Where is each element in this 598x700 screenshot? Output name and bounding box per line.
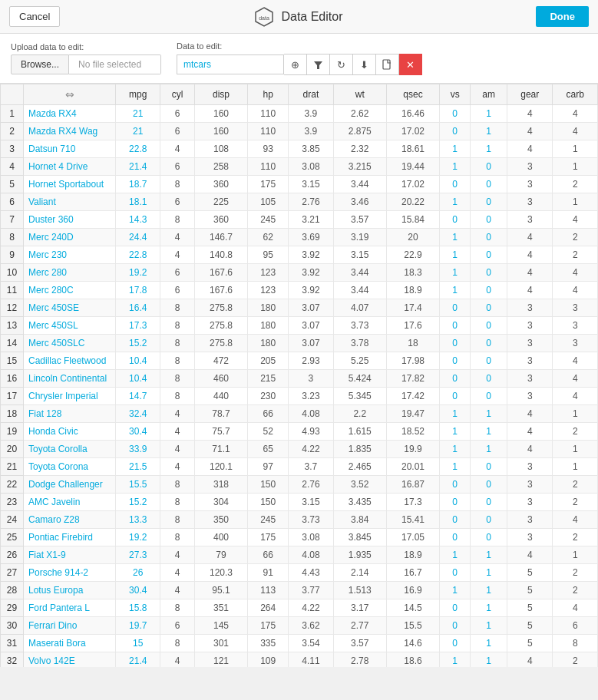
col-header-carb[interactable]: carb xyxy=(553,84,598,105)
cell-rowname[interactable]: Porsche 914-2 xyxy=(24,564,116,582)
col-header-rowname[interactable]: ⇔ xyxy=(24,84,116,105)
cell-data: 360 xyxy=(194,211,247,229)
close-icon-button[interactable]: ✕ xyxy=(399,54,422,75)
cell-data: 0 xyxy=(471,494,507,511)
cell-data: 21.5 xyxy=(116,458,160,476)
cell-data: 1 xyxy=(553,405,598,423)
cell-data: 21.4 xyxy=(116,652,160,668)
cell-rowname[interactable]: Merc 280 xyxy=(24,264,116,282)
cell-data: 26 xyxy=(116,564,160,582)
cell-rowname[interactable]: Camaro Z28 xyxy=(24,511,116,529)
cell-data: 19.2 xyxy=(116,529,160,546)
table-row: 22Dodge Challenger15.583181502.763.5216.… xyxy=(1,476,598,494)
cell-data: 4 xyxy=(507,405,553,423)
cell-data: 17.6 xyxy=(386,317,439,335)
cell-rowname[interactable]: Volvo 142E xyxy=(24,652,116,668)
cell-rowname[interactable]: Toyota Corona xyxy=(24,458,116,476)
target-icon-button[interactable]: ⊕ xyxy=(284,54,307,75)
cell-rowname[interactable]: Hornet 4 Drive xyxy=(24,158,116,176)
cell-data: 350 xyxy=(194,511,247,529)
cell-rowname[interactable]: Merc 240D xyxy=(24,229,116,246)
cell-data: 19.7 xyxy=(116,617,160,635)
col-header-mpg[interactable]: mpg xyxy=(116,84,160,105)
table-row: 21Toyota Corona21.54120.1973.72.46520.01… xyxy=(1,458,598,476)
download-icon-button[interactable]: ⬇ xyxy=(353,54,376,75)
table-row: 25Pontiac Firebird19.284001753.083.84517… xyxy=(1,529,598,546)
col-header-drat[interactable]: drat xyxy=(289,84,333,105)
cell-rowname[interactable]: Merc 230 xyxy=(24,246,116,264)
col-header-qsec[interactable]: qsec xyxy=(386,84,439,105)
col-header-vs[interactable]: vs xyxy=(440,84,471,105)
col-header-gear[interactable]: gear xyxy=(507,84,553,105)
cell-data: 4 xyxy=(507,140,553,158)
cell-data: 120.3 xyxy=(194,564,247,582)
cell-rownum: 24 xyxy=(1,511,24,529)
cell-rowname[interactable]: Chrysler Imperial xyxy=(24,388,116,405)
cell-data: 0 xyxy=(440,317,471,335)
cell-rowname[interactable]: Ford Pantera L xyxy=(24,599,116,617)
col-header-cyl[interactable]: cyl xyxy=(160,84,194,105)
cell-data: 3.84 xyxy=(333,511,386,529)
cell-rowname[interactable]: Mazda RX4 xyxy=(24,105,116,123)
resize-handle[interactable]: ⇔ xyxy=(65,88,74,101)
done-button[interactable]: Done xyxy=(536,6,589,27)
cell-rowname[interactable]: Duster 360 xyxy=(24,211,116,229)
cell-data: 3.15 xyxy=(289,176,333,193)
cell-rowname[interactable]: Toyota Corolla xyxy=(24,441,116,458)
cell-data: 1 xyxy=(471,105,507,123)
file-icon-button[interactable] xyxy=(376,54,399,75)
cell-data: 2.32 xyxy=(333,140,386,158)
svg-text:data: data xyxy=(259,15,270,21)
data-edit-input[interactable] xyxy=(177,54,284,74)
cell-rowname[interactable]: Dodge Challenger xyxy=(24,476,116,494)
cell-rownum: 4 xyxy=(1,158,24,176)
cell-data: 4 xyxy=(507,229,553,246)
cell-rowname[interactable]: Mazda RX4 Wag xyxy=(24,123,116,140)
cell-data: 4 xyxy=(160,458,194,476)
cell-rowname[interactable]: Fiat X1-9 xyxy=(24,546,116,564)
cell-rowname[interactable]: Merc 280C xyxy=(24,282,116,299)
cell-rowname[interactable]: Datsun 710 xyxy=(24,140,116,158)
cell-rowname[interactable]: Fiat 128 xyxy=(24,405,116,423)
cell-rowname[interactable]: Merc 450SL xyxy=(24,317,116,335)
cell-rowname[interactable]: Merc 450SLC xyxy=(24,335,116,352)
cell-data: 4 xyxy=(160,229,194,246)
cell-data: 3.57 xyxy=(333,635,386,652)
col-header-wt[interactable]: wt xyxy=(333,84,386,105)
cell-data: 6 xyxy=(160,282,194,299)
file-icon xyxy=(382,59,392,70)
cell-data: 30.4 xyxy=(116,582,160,599)
cell-rowname[interactable]: Merc 450SE xyxy=(24,299,116,317)
cell-rowname[interactable]: Valiant xyxy=(24,193,116,211)
cell-rowname[interactable]: Ferrari Dino xyxy=(24,617,116,635)
filter-icon-button[interactable] xyxy=(307,54,330,75)
refresh-icon-button[interactable]: ↻ xyxy=(330,54,353,75)
cell-data: 8 xyxy=(160,317,194,335)
cell-data: 140.8 xyxy=(194,246,247,264)
cell-data: 440 xyxy=(194,388,247,405)
cell-rowname[interactable]: Pontiac Firebird xyxy=(24,529,116,546)
cell-data: 3.07 xyxy=(289,335,333,352)
cell-rowname[interactable]: Lotus Europa xyxy=(24,582,116,599)
cell-rowname[interactable]: Maserati Bora xyxy=(24,635,116,652)
cell-rowname[interactable]: Lincoln Continental xyxy=(24,370,116,388)
data-table: ⇔ mpg cyl disp hp drat wt qsec vs am gea… xyxy=(0,84,598,667)
cell-data: 18.61 xyxy=(386,140,439,158)
col-header-am[interactable]: am xyxy=(471,84,507,105)
cell-data: 0 xyxy=(471,476,507,494)
cell-data: 16.4 xyxy=(116,299,160,317)
cell-data: 3 xyxy=(507,211,553,229)
cell-data: 215 xyxy=(248,370,289,388)
cell-data: 150 xyxy=(248,494,289,511)
cell-data: 22.8 xyxy=(116,246,160,264)
cell-data: 75.7 xyxy=(194,423,247,441)
col-header-hp[interactable]: hp xyxy=(248,84,289,105)
cell-rowname[interactable]: Hornet Sportabout xyxy=(24,176,116,193)
col-header-disp[interactable]: disp xyxy=(194,84,247,105)
cell-rowname[interactable]: AMC Javelin xyxy=(24,494,116,511)
cell-rowname[interactable]: Honda Civic xyxy=(24,423,116,441)
browse-button[interactable]: Browse... xyxy=(11,54,69,74)
cell-rowname[interactable]: Cadillac Fleetwood xyxy=(24,352,116,370)
table-container[interactable]: ⇔ mpg cyl disp hp drat wt qsec vs am gea… xyxy=(0,84,598,667)
cancel-button[interactable]: Cancel xyxy=(9,6,60,27)
